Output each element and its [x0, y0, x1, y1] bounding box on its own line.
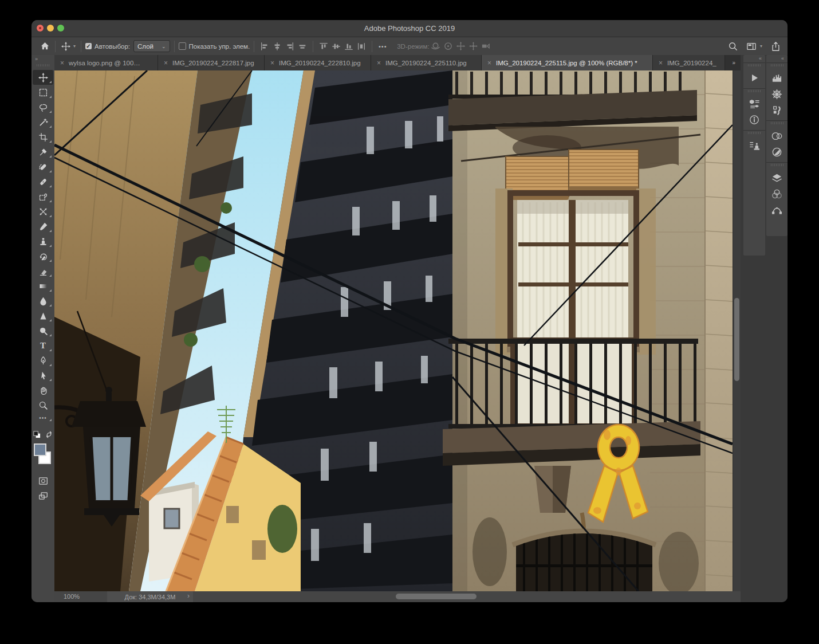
horizontal-scrollbar-thumb[interactable]	[396, 594, 477, 599]
zoom-level-field[interactable]: 100%	[64, 593, 80, 600]
canvas[interactable]	[54, 70, 733, 591]
3d-camera-icon[interactable]	[480, 40, 493, 53]
autoselect-checkbox[interactable]: ✓ Автовыбор:	[85, 43, 130, 50]
vertical-scrollbar-thumb[interactable]	[734, 298, 739, 381]
tool-hand[interactable]	[33, 383, 53, 398]
tool-content-aware-move[interactable]	[33, 204, 53, 219]
close-tab-icon[interactable]: ×	[377, 59, 381, 67]
tool-rectangular-marquee[interactable]	[33, 85, 53, 100]
tool-type[interactable]: T	[33, 338, 53, 353]
tab-document-3[interactable]: ×IMG_20190224_222810.jpg	[265, 55, 371, 70]
tool-crop[interactable]	[33, 129, 53, 144]
tab-document-1[interactable]: ×wylsa logo.png @ 100…	[54, 55, 158, 70]
3d-roll-icon[interactable]	[442, 40, 455, 53]
close-tab-icon[interactable]: ×	[270, 59, 274, 67]
tool-eyedropper[interactable]	[33, 144, 53, 159]
panel-grip[interactable]	[771, 64, 783, 66]
chevron-down-icon[interactable]: ▾	[73, 44, 76, 49]
panel-grip[interactable]	[748, 64, 761, 66]
tab-document-5-active[interactable]: ×IMG_20190224_225115.jpg @ 100% (RGB/8*)…	[482, 55, 653, 70]
tool-patch[interactable]	[33, 189, 53, 204]
tool-brush[interactable]	[33, 219, 53, 234]
properties-panel-icon[interactable]	[743, 96, 765, 112]
tool-zoom[interactable]	[33, 398, 53, 413]
tool-clone-stamp[interactable]	[33, 234, 53, 249]
more-align-options-icon[interactable]: •••	[376, 40, 389, 53]
align-top-edges-icon[interactable]	[317, 40, 330, 53]
align-bottom-edges-icon[interactable]	[342, 40, 355, 53]
vertical-scrollbar[interactable]	[733, 70, 741, 591]
navigator-panel-icon[interactable]	[766, 86, 788, 102]
align-left-edges-icon[interactable]	[258, 40, 271, 53]
tool-history-brush[interactable]	[33, 249, 53, 264]
dock-collapse-chevron[interactable]: «	[743, 55, 765, 62]
toolbar-collapse-chevron[interactable]: »	[32, 55, 54, 63]
panel-column-outer: «	[766, 55, 788, 236]
3d-pan-icon[interactable]	[455, 40, 467, 53]
status-options-chevron[interactable]: ›	[187, 592, 190, 600]
3d-orbit-icon[interactable]	[430, 40, 442, 53]
tool-dodge[interactable]	[33, 323, 53, 338]
panel-grip[interactable]	[748, 90, 761, 92]
default-colors-icon[interactable]	[33, 431, 41, 439]
tool-eraser[interactable]	[33, 264, 53, 278]
tool-blur[interactable]	[33, 293, 53, 308]
tab-document-6[interactable]: ×IMG_20190224_	[653, 55, 725, 70]
search-icon[interactable]	[727, 40, 739, 53]
layers-panel-icon[interactable]	[766, 170, 788, 186]
tool-sharpen[interactable]	[33, 308, 53, 323]
tool-lasso[interactable]	[33, 100, 53, 115]
autoselect-target-dropdown[interactable]: Слой ⌄	[133, 40, 170, 52]
channels-panel-icon[interactable]	[766, 186, 788, 202]
close-tab-icon[interactable]: ×	[659, 59, 663, 67]
panel-grip[interactable]	[771, 164, 783, 166]
clone-source-panel-icon[interactable]	[743, 138, 765, 154]
libraries-panel-icon[interactable]	[766, 128, 788, 144]
foreground-color-swatch[interactable]	[34, 443, 46, 456]
tool-move[interactable]	[33, 70, 53, 85]
swap-colors-icon[interactable]	[45, 431, 53, 439]
panel-dock: « «	[741, 55, 788, 602]
info-panel-icon[interactable]	[743, 112, 765, 128]
paths-panel-icon[interactable]	[766, 202, 788, 218]
glyphs-panel-icon[interactable]	[766, 102, 788, 118]
distribute-horizontal-centers-icon[interactable]	[355, 40, 368, 53]
tool-magic-wand[interactable]	[33, 115, 53, 129]
toolbar-grip[interactable]	[37, 64, 49, 66]
align-right-edges-icon[interactable]	[284, 40, 296, 53]
quick-mask-mode-button[interactable]	[33, 473, 53, 488]
home-icon[interactable]	[38, 40, 51, 53]
workspace-switcher-icon[interactable]	[745, 40, 758, 53]
checkbox-unchecked-icon[interactable]	[179, 42, 186, 50]
checkbox-checked-icon[interactable]: ✓	[85, 43, 92, 49]
chevron-down-icon: ⌄	[162, 44, 166, 49]
tool-gradient[interactable]	[33, 278, 53, 293]
adjustments-panel-icon[interactable]	[766, 144, 788, 160]
close-tab-icon[interactable]: ×	[487, 59, 491, 67]
tool-spot-healing-brush[interactable]	[33, 159, 53, 174]
dock-collapse-chevron[interactable]: «	[766, 55, 788, 62]
panel-grip[interactable]	[771, 122, 783, 124]
align-horizontal-centers-icon[interactable]	[271, 40, 284, 53]
3d-slide-icon[interactable]	[467, 40, 480, 53]
move-tool-icon[interactable]	[60, 40, 72, 53]
tab-document-2[interactable]: ×IMG_20190224_222817.jpg	[158, 55, 265, 70]
distribute-vertical-centers-icon[interactable]	[296, 40, 309, 53]
actions-panel-icon[interactable]	[743, 70, 765, 86]
histogram-panel-icon[interactable]	[766, 70, 788, 86]
panel-grip[interactable]	[748, 132, 761, 134]
tool-pen[interactable]	[33, 353, 53, 368]
share-icon[interactable]	[769, 40, 782, 53]
tab-document-4[interactable]: ×IMG_20190224_225110.jpg	[371, 55, 482, 70]
tool-healing-brush[interactable]	[33, 174, 53, 189]
tab-overflow-chevron[interactable]: »	[727, 55, 741, 70]
chevron-down-icon[interactable]: ▾	[760, 44, 762, 49]
close-tab-icon[interactable]: ×	[164, 59, 168, 67]
document-size-readout: Док: 34,3M/34,3M	[107, 591, 193, 602]
edit-toolbar-button[interactable]: •••	[33, 413, 53, 423]
align-vertical-centers-icon[interactable]	[330, 40, 342, 53]
show-controls-checkbox[interactable]: Показать упр. элем.	[179, 42, 250, 50]
screen-mode-button[interactable]	[33, 488, 53, 503]
tool-path-selection[interactable]	[33, 368, 53, 383]
close-tab-icon[interactable]: ×	[60, 59, 64, 67]
